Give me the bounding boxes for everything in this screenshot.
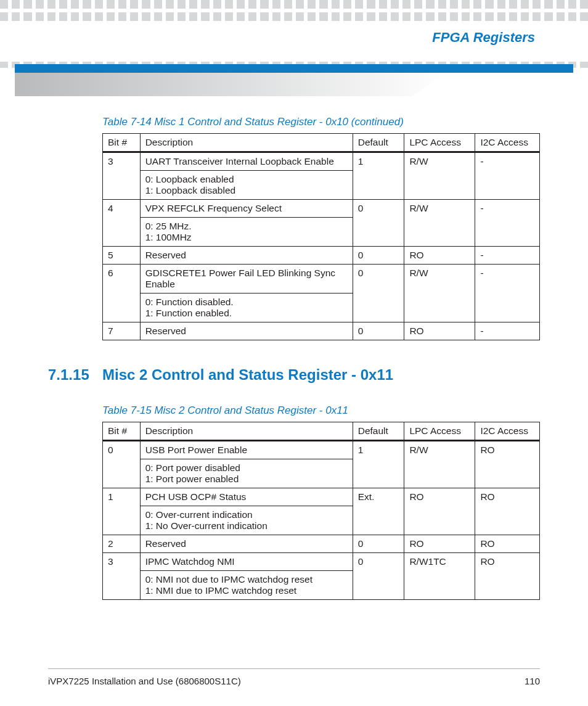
cell-bit: 3	[103, 553, 141, 600]
cell-desc: USB Port Power Enable	[140, 441, 353, 459]
cell-desc: VPX REFCLK Frequency Select	[140, 200, 353, 218]
cell-def: 0	[353, 200, 404, 247]
page-content: Table 7-14 Misc 1 Control and Status Reg…	[48, 116, 540, 600]
cell-lpc: R/W1TC	[404, 553, 475, 600]
th-i2c: I2C Access	[475, 422, 540, 441]
cell-i2c: -	[475, 265, 540, 322]
cell-lpc: RO	[404, 488, 475, 535]
th-def: Default	[353, 422, 404, 441]
table-row: 5Reserved0RO-	[103, 247, 540, 265]
table-row: 0USB Port Power Enable1R/WRO	[103, 441, 540, 459]
cell-lpc: R/W	[404, 441, 475, 488]
th-lpc: LPC Access	[404, 134, 475, 152]
cell-lpc: R/W	[404, 152, 475, 200]
cell-lpc: R/W	[404, 200, 475, 247]
cell-bit: 2	[103, 535, 141, 553]
cell-i2c: RO	[475, 441, 540, 488]
table-7-14-caption: Table 7-14 Misc 1 Control and Status Reg…	[102, 116, 540, 128]
cell-def: 0	[353, 535, 404, 553]
cell-i2c: -	[475, 152, 540, 200]
footer-page-number: 110	[525, 676, 540, 686]
table-row: 1PCH USB OCP# StatusExt.RORO	[103, 488, 540, 506]
cell-desc: Reserved	[140, 322, 353, 340]
cell-desc-detail: 0: Port power disabled 1: Port power ena…	[140, 459, 353, 488]
cell-i2c: -	[475, 200, 540, 247]
header-gray-wedge	[15, 73, 446, 96]
cell-lpc: RO	[404, 247, 475, 265]
cell-desc-detail: 0: NMI not due to IPMC watchdog reset 1:…	[140, 571, 353, 600]
cell-lpc: RO	[404, 535, 475, 553]
table-row: 3IPMC Watchdog NMI0R/W1TCRO	[103, 553, 540, 571]
th-def: Default	[353, 134, 404, 152]
th-desc: Description	[140, 134, 353, 152]
cell-bit: 4	[103, 200, 141, 247]
cell-desc: GDISCRETE1 Power Fail LED Blinking Sync …	[140, 265, 353, 293]
cell-desc: Reserved	[140, 535, 353, 553]
cell-desc: UART Transceiver Internal Loopback Enabl…	[140, 152, 353, 171]
table-7-15: Bit # Description Default LPC Access I2C…	[102, 422, 540, 600]
cell-bit: 6	[103, 265, 141, 322]
cell-i2c: RO	[475, 553, 540, 600]
th-bit: Bit #	[103, 134, 141, 152]
table-row: 3UART Transceiver Internal Loopback Enab…	[103, 152, 540, 171]
th-lpc: LPC Access	[404, 422, 475, 441]
cell-desc-detail: 0: 25 MHz. 1: 100MHz	[140, 218, 353, 247]
footer-rule	[48, 668, 540, 669]
cell-desc: PCH USB OCP# Status	[140, 488, 353, 506]
cell-desc: IPMC Watchdog NMI	[140, 553, 353, 571]
cell-desc-detail: 0: Loopback enabled 1: Loopback disabled	[140, 171, 353, 200]
th-i2c: I2C Access	[475, 134, 540, 152]
cell-desc-detail: 0: Function disabled. 1: Function enable…	[140, 293, 353, 322]
section-title: Misc 2 Control and Status Register - 0x1…	[102, 366, 393, 383]
cell-lpc: RO	[404, 322, 475, 340]
cell-bit: 7	[103, 322, 141, 340]
cell-def: 0	[353, 322, 404, 340]
section-heading-7-1-15: 7.1.15Misc 2 Control and Status Register…	[48, 366, 540, 384]
table-row: 2Reserved0RORO	[103, 535, 540, 553]
header-blue-rule	[15, 64, 573, 73]
table-7-14: Bit # Description Default LPC Access I2C…	[102, 133, 540, 340]
cell-def: 0	[353, 247, 404, 265]
th-desc: Description	[140, 422, 353, 441]
page-header-title: FPGA Registers	[432, 30, 535, 46]
cell-desc: Reserved	[140, 247, 353, 265]
cell-i2c: -	[475, 247, 540, 265]
cell-def: Ext.	[353, 488, 404, 535]
cell-bit: 3	[103, 152, 141, 200]
table-row: 7Reserved0RO-	[103, 322, 540, 340]
cell-bit: 0	[103, 441, 141, 488]
table-row: 4VPX REFCLK Frequency Select0R/W-	[103, 200, 540, 218]
cell-def: 1	[353, 152, 404, 200]
cell-def: 0	[353, 553, 404, 600]
cell-def: 0	[353, 265, 404, 322]
th-bit: Bit #	[103, 422, 141, 441]
cell-def: 1	[353, 441, 404, 488]
table-7-15-caption: Table 7-15 Misc 2 Control and Status Reg…	[102, 404, 540, 417]
section-number: 7.1.15	[48, 366, 102, 384]
cell-i2c: RO	[475, 535, 540, 553]
cell-bit: 5	[103, 247, 141, 265]
cell-desc-detail: 0: Over-current indication 1: No Over-cu…	[140, 506, 353, 535]
cell-lpc: R/W	[404, 265, 475, 322]
cell-i2c: RO	[475, 488, 540, 535]
cell-i2c: -	[475, 322, 540, 340]
footer-doc-title: iVPX7225 Installation and Use (6806800S1…	[48, 676, 241, 686]
table-row: 6GDISCRETE1 Power Fail LED Blinking Sync…	[103, 265, 540, 293]
cell-bit: 1	[103, 488, 141, 535]
